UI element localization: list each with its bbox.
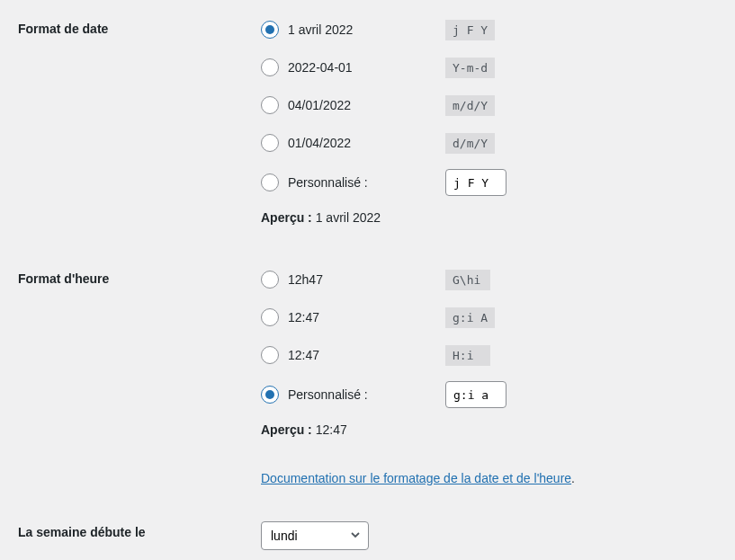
date-preview-label: Aperçu :	[261, 210, 312, 225]
date-radio-1[interactable]	[261, 58, 279, 76]
time-radio-custom[interactable]	[261, 386, 279, 404]
date-radio-label-0[interactable]: 1 avril 2022	[288, 22, 445, 37]
date-custom-label[interactable]: Personnalisé :	[288, 175, 445, 190]
week-start-select[interactable]: lundi	[261, 521, 369, 550]
date-format-content: 1 avril 2022 j F Y 2022-04-01 Y-m-d 04/0…	[261, 18, 717, 232]
time-custom-label[interactable]: Personnalisé :	[288, 387, 445, 402]
date-radio-label-2[interactable]: 04/01/2022	[288, 98, 445, 112]
date-radio-custom[interactable]	[261, 173, 279, 191]
time-code-2: H:i	[445, 345, 490, 366]
time-custom-input[interactable]	[445, 381, 506, 408]
time-option-0: 12h47 G\hi	[261, 268, 717, 291]
date-option-0: 1 avril 2022 j F Y	[261, 18, 717, 41]
date-code-1: Y-m-d	[445, 58, 495, 78]
date-radio-3[interactable]	[261, 134, 279, 152]
date-preview-value: 1 avril 2022	[316, 210, 381, 225]
time-code-0: G\hi	[445, 270, 490, 290]
week-start-row: La semaine débute le lundi	[18, 521, 717, 550]
time-preview: Aperçu : 12:47	[261, 422, 717, 437]
time-option-custom: Personnalisé :	[261, 381, 717, 408]
time-code-1: g:i A	[445, 307, 495, 328]
date-code-3: d/m/Y	[445, 133, 495, 154]
time-format-content: 12h47 G\hi 12:47 g:i A 12:47 H:i Personn…	[261, 268, 717, 485]
date-radio-2[interactable]	[261, 96, 279, 114]
week-start-content: lundi	[261, 521, 717, 550]
doc-link[interactable]: Documentation sur le formatage de la dat…	[261, 471, 571, 485]
doc-link-wrapper: Documentation sur le formatage de la dat…	[261, 444, 717, 485]
week-start-select-wrapper: lundi	[261, 521, 369, 550]
time-preview-value: 12:47	[316, 422, 347, 437]
date-option-2: 04/01/2022 m/d/Y	[261, 93, 717, 117]
date-format-label: Format de date	[18, 18, 261, 36]
time-format-label: Format d'heure	[18, 268, 261, 286]
time-radio-0[interactable]	[261, 271, 279, 289]
time-format-row: Format d'heure 12h47 G\hi 12:47 g:i A 12…	[18, 268, 717, 485]
date-custom-input[interactable]	[445, 169, 506, 196]
date-option-1: 2022-04-01 Y-m-d	[261, 56, 717, 79]
date-option-3: 01/04/2022 d/m/Y	[261, 131, 717, 155]
time-radio-1[interactable]	[261, 308, 279, 326]
date-radio-label-1[interactable]: 2022-04-01	[288, 60, 445, 75]
doc-link-period: .	[571, 471, 575, 485]
date-radio-label-3[interactable]: 01/04/2022	[288, 136, 445, 150]
time-radio-label-2[interactable]: 12:47	[288, 348, 445, 362]
date-code-2: m/d/Y	[445, 95, 495, 116]
time-radio-label-0[interactable]: 12h47	[288, 272, 445, 287]
week-start-label: La semaine débute le	[18, 521, 261, 539]
date-preview: Aperçu : 1 avril 2022	[261, 210, 717, 225]
date-radio-0[interactable]	[261, 21, 279, 39]
time-preview-label: Aperçu :	[261, 422, 312, 437]
time-radio-label-1[interactable]: 12:47	[288, 310, 445, 324]
time-radio-2[interactable]	[261, 346, 279, 364]
date-option-custom: Personnalisé :	[261, 169, 717, 196]
time-option-1: 12:47 g:i A	[261, 306, 717, 329]
date-format-row: Format de date 1 avril 2022 j F Y 2022-0…	[18, 18, 717, 232]
time-option-2: 12:47 H:i	[261, 343, 717, 367]
date-code-0: j F Y	[445, 20, 495, 40]
